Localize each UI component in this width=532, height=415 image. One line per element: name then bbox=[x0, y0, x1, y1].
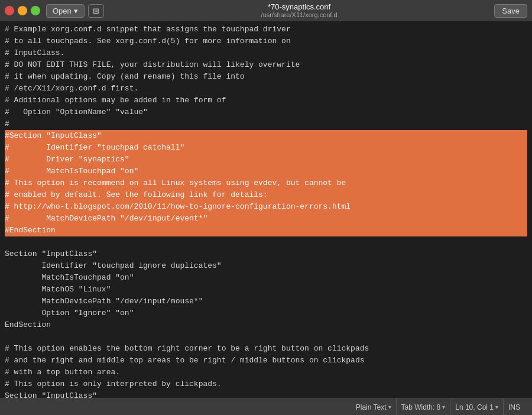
code-line: # Additional options may be added in the… bbox=[5, 95, 527, 106]
close-button[interactable]: ✕ bbox=[5, 6, 14, 15]
minimize-button[interactable]: – bbox=[18, 6, 27, 15]
code-line: MatchDevicePath "/dev/input/mouse*" bbox=[5, 296, 527, 307]
code-line: # Identifier "touchpad catchall" bbox=[5, 142, 527, 154]
code-line: # InputClass. bbox=[5, 47, 527, 59]
code-line: Section "InputClass" bbox=[5, 248, 527, 260]
code-line: # DO NOT EDIT THIS FILE, your distributi… bbox=[5, 59, 527, 71]
plain-text-chevron-icon: ▾ bbox=[388, 404, 391, 410]
code-line: # Example xorg.conf.d snippet that assig… bbox=[5, 24, 527, 35]
code-line: # it when updating. Copy (and rename) th… bbox=[5, 71, 527, 83]
window-controls: ✕ – + bbox=[5, 6, 40, 15]
code-line: # This option is recommend on all Linux … bbox=[5, 177, 527, 189]
code-line: Section "InputClass" bbox=[5, 390, 527, 398]
code-line: MatchIsTouchpad "on" bbox=[5, 272, 527, 284]
plain-text-label: Plain Text bbox=[356, 403, 387, 411]
tab-width-label: Tab Width: 8 bbox=[401, 403, 441, 411]
code-line: Identifier "touchpad ignore duplicates" bbox=[5, 260, 527, 272]
code-content: # Example xorg.conf.d snippet that assig… bbox=[0, 22, 532, 398]
position-chevron-icon: ▾ bbox=[495, 404, 498, 410]
title-bar: ✕ – + Open ▾ ⊞ *70-synaptics.conf /usr/s… bbox=[0, 0, 532, 21]
open-label: Open bbox=[53, 7, 72, 15]
position-label: Ln 10, Col 1 bbox=[455, 403, 494, 411]
code-line: #Section "InputClass" bbox=[5, 130, 527, 142]
window-subtitle: /usr/share/X11/xorg.conf.d bbox=[261, 11, 338, 19]
code-line: # Option "OptionName" "value" bbox=[5, 106, 527, 118]
ins-label: INS bbox=[508, 403, 520, 411]
code-line: Option "Ignore" "on" bbox=[5, 307, 527, 319]
code-line: # bbox=[5, 118, 527, 130]
save-button[interactable]: Save bbox=[494, 4, 527, 18]
code-line: # and the right and middle top areas to … bbox=[5, 355, 527, 367]
pin-button[interactable]: ⊞ bbox=[88, 4, 104, 18]
code-line: # /etc/X11/xorg.conf.d first. bbox=[5, 83, 527, 95]
code-line: #EndSection bbox=[5, 225, 527, 236]
status-bar: Plain Text ▾ Tab Width: 8 ▾ Ln 10, Col 1… bbox=[0, 398, 532, 415]
code-line: # This option is only interpreted by cli… bbox=[5, 378, 527, 390]
code-line: # MatchDevicePath "/dev/input/event*" bbox=[5, 213, 527, 225]
ins-mode: INS bbox=[504, 399, 525, 415]
plain-text-selector[interactable]: Plain Text ▾ bbox=[351, 399, 397, 415]
code-line bbox=[5, 331, 527, 343]
code-line: EndSection bbox=[5, 319, 527, 331]
code-line: MatchOS "Linux" bbox=[5, 284, 527, 296]
code-line: # to all touchpads. See xorg.conf.d(5) f… bbox=[5, 35, 527, 47]
chevron-down-icon: ▾ bbox=[74, 7, 78, 15]
cursor-position[interactable]: Ln 10, Col 1 ▾ bbox=[450, 399, 504, 415]
tab-width-selector[interactable]: Tab Width: 8 ▾ bbox=[397, 399, 451, 415]
open-button[interactable]: Open ▾ bbox=[46, 4, 85, 18]
editor-area[interactable]: # Example xorg.conf.d snippet that assig… bbox=[0, 21, 532, 398]
window-title: *70-synaptics.conf bbox=[268, 2, 330, 12]
code-line: # enabled by default. See the following … bbox=[5, 189, 527, 201]
tab-width-chevron-icon: ▾ bbox=[442, 404, 445, 410]
code-line bbox=[5, 236, 527, 248]
title-center: *70-synaptics.conf /usr/share/X11/xorg.c… bbox=[104, 2, 495, 20]
code-line: # Driver "synaptics" bbox=[5, 154, 527, 166]
code-line: # This option enables the bottom right c… bbox=[5, 343, 527, 355]
maximize-button[interactable]: + bbox=[31, 6, 40, 15]
code-line: # MatchIsTouchpad "on" bbox=[5, 166, 527, 177]
code-line: # with a top button area. bbox=[5, 367, 527, 378]
code-line: # http://who-t.blogspot.com/2010/11/how-… bbox=[5, 201, 527, 213]
